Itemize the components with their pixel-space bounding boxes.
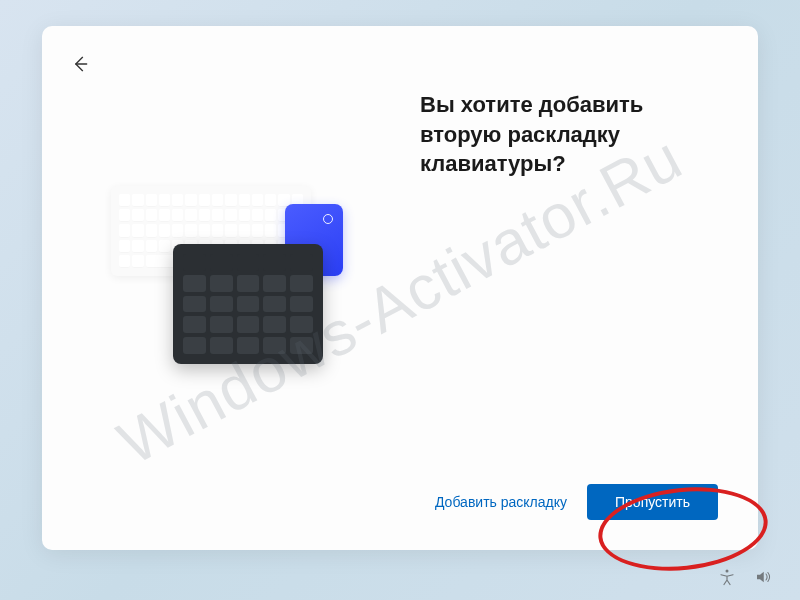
action-row: Добавить раскладку Пропустить xyxy=(82,464,718,520)
volume-icon[interactable] xyxy=(754,568,772,586)
keyboard-illustration xyxy=(111,186,351,366)
numpad-dark-icon xyxy=(173,244,323,364)
oobe-card: Вы хотите добавить вторую раскладку клав… xyxy=(42,26,758,550)
illustration-column xyxy=(82,66,380,366)
add-layout-button[interactable]: Добавить раскладку xyxy=(435,494,567,510)
text-column: Вы хотите добавить вторую раскладку клав… xyxy=(420,66,718,179)
system-tray xyxy=(718,568,772,586)
back-arrow-icon xyxy=(70,54,90,74)
svg-point-1 xyxy=(726,570,729,573)
skip-button[interactable]: Пропустить xyxy=(587,484,718,520)
content-row: Вы хотите добавить вторую раскладку клав… xyxy=(82,66,718,464)
page-title: Вы хотите добавить вторую раскладку клав… xyxy=(420,90,718,179)
accessibility-icon[interactable] xyxy=(718,568,736,586)
back-button[interactable] xyxy=(70,54,94,78)
